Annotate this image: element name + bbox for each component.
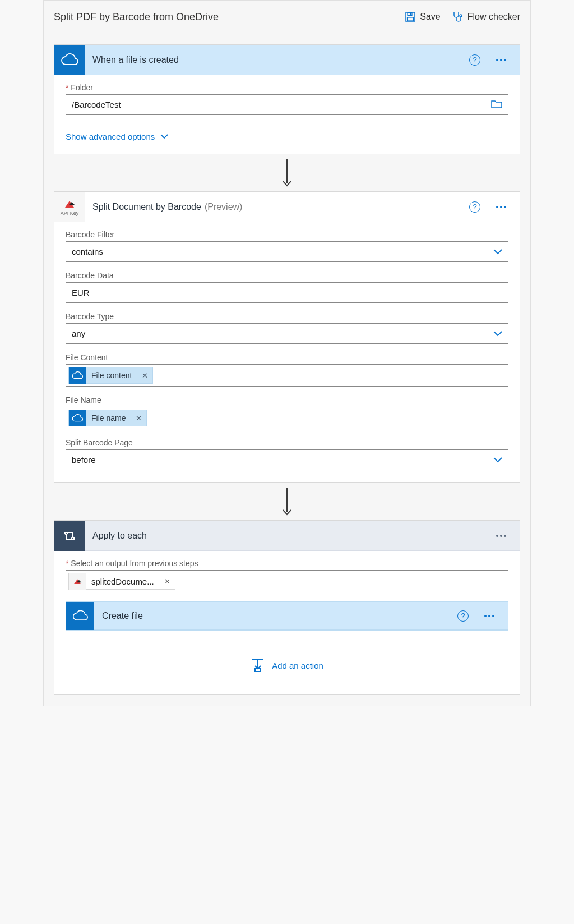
- onedrive-icon: [69, 367, 86, 384]
- split-title: Split Document by Barcode (Preview): [92, 202, 461, 212]
- trigger-body: * Folder /BarcodeTest Show advanced opti…: [54, 75, 520, 154]
- file-content-token[interactable]: File content ✕: [68, 367, 153, 384]
- more-menu[interactable]: [493, 203, 510, 212]
- apikey-icon: API Key: [54, 192, 85, 222]
- onedrive-icon: [69, 410, 86, 426]
- file-content-field: File Content File content ✕: [66, 353, 508, 387]
- file-name-token[interactable]: File name ✕: [68, 410, 147, 426]
- split-tools: ?: [469, 201, 510, 213]
- svg-point-4: [460, 15, 462, 17]
- more-menu[interactable]: [493, 531, 510, 540]
- topbar-actions: Save Flow checker: [405, 11, 520, 22]
- barcode-type-select[interactable]: any: [66, 323, 508, 344]
- svg-rect-3: [408, 17, 414, 21]
- folder-picker-icon[interactable]: [491, 99, 502, 110]
- apikey-icon: [69, 573, 86, 590]
- folder-value: /BarcodeTest: [72, 100, 491, 109]
- save-icon: [405, 12, 415, 22]
- trigger-title: When a file is created: [92, 55, 461, 65]
- more-menu[interactable]: [481, 612, 498, 620]
- barcode-type-field: Barcode Type any: [66, 312, 508, 344]
- trigger-header[interactable]: When a file is created ?: [54, 45, 520, 75]
- create-file-title: Create file: [102, 611, 450, 621]
- folder-field: * Folder /BarcodeTest: [66, 83, 508, 115]
- topbar: Split PDF by Barcode from OneDrive Save …: [44, 1, 530, 33]
- more-menu[interactable]: [493, 56, 510, 65]
- help-icon[interactable]: ?: [469, 201, 480, 213]
- chevron-down-icon: [493, 329, 502, 338]
- barcode-data-input[interactable]: EUR: [66, 282, 508, 303]
- svg-rect-9: [255, 669, 261, 672]
- folder-label: * Folder: [66, 83, 508, 92]
- save-label: Save: [420, 12, 440, 22]
- trigger-tools: ?: [469, 54, 510, 66]
- split-body: Barcode Filter contains Barcode Data EUR…: [54, 222, 520, 482]
- remove-token[interactable]: ✕: [160, 577, 175, 586]
- insert-step-icon: [251, 658, 265, 674]
- split-header[interactable]: API Key Split Document by Barcode (Previ…: [54, 192, 520, 222]
- remove-token[interactable]: ✕: [137, 371, 152, 380]
- add-action-button[interactable]: Add an action: [54, 658, 520, 674]
- help-icon[interactable]: ?: [469, 54, 480, 66]
- connector-arrow: [44, 483, 530, 520]
- select-output-input[interactable]: splitedDocume... ✕: [66, 570, 508, 592]
- chevron-down-icon: [160, 134, 168, 139]
- stethoscope-icon: [452, 11, 463, 22]
- select-output-field: * Select an output from previous steps s…: [66, 559, 508, 592]
- split-card: API Key Split Document by Barcode (Previ…: [54, 191, 520, 483]
- help-icon[interactable]: ?: [457, 610, 469, 622]
- show-advanced-options[interactable]: Show advanced options: [66, 132, 168, 141]
- file-content-input[interactable]: File content ✕: [66, 364, 508, 387]
- flow-designer-canvas: Split PDF by Barcode from OneDrive Save …: [43, 0, 531, 706]
- barcode-data-field: Barcode Data EUR: [66, 271, 508, 303]
- chevron-down-icon: [493, 247, 502, 256]
- create-file-card: Create file ?: [66, 601, 508, 631]
- folder-input[interactable]: /BarcodeTest: [66, 94, 508, 115]
- flow-title: Split PDF by Barcode from OneDrive: [54, 11, 405, 23]
- barcode-filter-select[interactable]: contains: [66, 241, 508, 262]
- trigger-card: When a file is created ? * Folder /Barco…: [54, 44, 520, 154]
- loop-icon: [54, 521, 85, 551]
- onedrive-icon: [66, 602, 94, 630]
- apply-title: Apply to each: [92, 531, 485, 541]
- create-file-tools: ?: [457, 610, 498, 622]
- create-file-header[interactable]: Create file ?: [66, 602, 508, 630]
- file-name-input[interactable]: File name ✕: [66, 407, 508, 429]
- connector-arrow: [44, 154, 530, 191]
- file-name-field: File Name File name ✕: [66, 396, 508, 429]
- remove-token[interactable]: ✕: [131, 414, 146, 422]
- split-page-field: Split Barcode Page before: [66, 438, 508, 470]
- svg-rect-2: [410, 13, 411, 15]
- splited-document-token[interactable]: splitedDocume... ✕: [68, 573, 175, 590]
- apply-card: Apply to each * Select an output from pr…: [54, 520, 520, 695]
- apply-header[interactable]: Apply to each: [54, 521, 520, 551]
- flow-checker-button[interactable]: Flow checker: [452, 11, 520, 22]
- chevron-down-icon: [493, 455, 502, 465]
- apply-body: * Select an output from previous steps s…: [54, 551, 520, 592]
- onedrive-icon: [54, 45, 85, 75]
- save-button[interactable]: Save: [405, 12, 440, 22]
- apply-tools: [493, 531, 510, 540]
- flow-checker-label: Flow checker: [467, 12, 520, 22]
- barcode-filter-field: Barcode Filter contains: [66, 230, 508, 262]
- split-page-select[interactable]: before: [66, 449, 508, 470]
